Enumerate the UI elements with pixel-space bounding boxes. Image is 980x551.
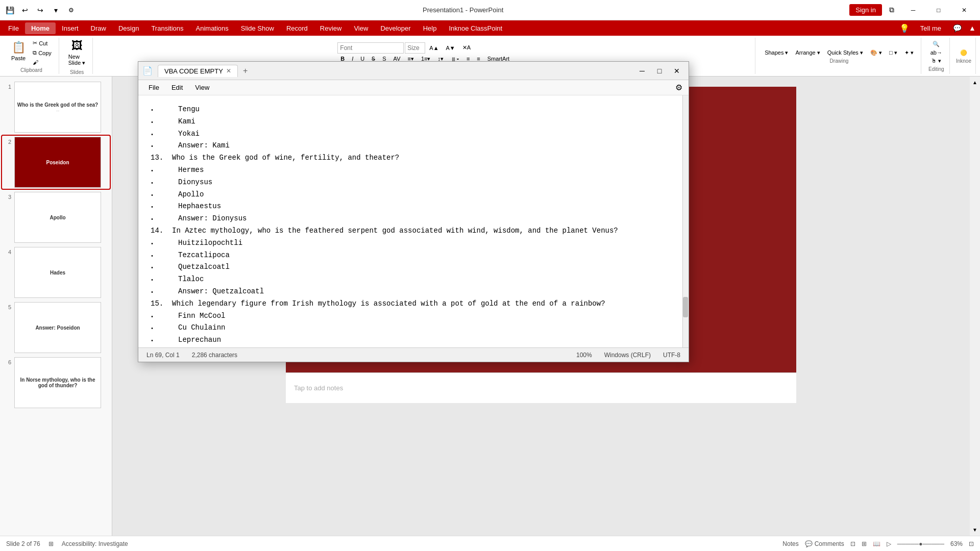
tell-me-button[interactable]: Tell me: [914, 22, 947, 34]
menu-home[interactable]: Home: [25, 22, 56, 34]
notes-area[interactable]: Tap to add notes: [286, 372, 796, 403]
vba-tab-close-button[interactable]: ✕: [226, 67, 231, 74]
replace-button[interactable]: ab→: [927, 48, 945, 57]
menu-draw[interactable]: Draw: [85, 22, 112, 34]
editing-group: 🔍 ab→ 🖱 ▾ Editing: [923, 38, 950, 74]
shape-fill-button[interactable]: 🎨 ▾: [867, 48, 885, 57]
vba-settings-icon[interactable]: ⚙: [673, 81, 684, 94]
vba-text-yokai: Yokai: [158, 128, 676, 140]
more-options-icon[interactable]: ⚙: [65, 5, 77, 16]
format-painter-button[interactable]: 🖌: [30, 58, 55, 66]
comments-icon[interactable]: 💬: [951, 22, 963, 34]
paste-button[interactable]: 📋 Paste: [8, 39, 29, 66]
menu-inknoe[interactable]: Inknoe ClassPoint: [443, 22, 508, 34]
slide-thumb-2[interactable]: 2 Poseidon: [2, 136, 110, 189]
reading-view-button[interactable]: 📖: [873, 540, 880, 547]
vba-menu-edit[interactable]: Edit: [165, 82, 189, 93]
title-bar-left: 💾 ↩ ↪ ▾ ⚙: [4, 5, 77, 16]
inknoe-icon[interactable]: 🟡: [957, 48, 970, 57]
redo-icon[interactable]: ↪: [35, 5, 46, 16]
font-size-input[interactable]: [405, 42, 425, 54]
vba-close-button[interactable]: ✕: [669, 64, 684, 78]
vba-content[interactable]: • Tengu • Kami • Yokai • Answer: Kami 13…: [138, 95, 689, 347]
minimize-button[interactable]: ─: [901, 3, 925, 18]
maximize-button[interactable]: □: [927, 3, 950, 18]
save-icon[interactable]: 💾: [4, 5, 15, 16]
vba-maximize-button[interactable]: □: [652, 64, 667, 78]
vba-zoom: 100%: [576, 352, 592, 359]
arrange-button[interactable]: Arrange ▾: [793, 48, 823, 57]
clipboard-group: 📋 Paste ✂ Cut ⧉ Copy 🖌 Clipboard: [4, 38, 59, 74]
menu-review[interactable]: Review: [314, 22, 348, 34]
vba-tab-main[interactable]: VBA CODE EMPTY ✕: [158, 65, 238, 77]
new-slide-icon: 🖼: [71, 39, 83, 53]
menu-insert[interactable]: Insert: [56, 22, 85, 34]
scrollbar-thumb[interactable]: [683, 297, 688, 317]
comments-button[interactable]: 💬 Comments: [805, 540, 844, 547]
slide-thumb-3[interactable]: 3 Apollo: [2, 191, 110, 244]
copy-button[interactable]: ⧉ Copy: [30, 48, 55, 57]
vba-chars: 2,286 characters: [192, 352, 237, 359]
new-slide-button[interactable]: 🖼 NewSlide ▾: [65, 37, 89, 68]
shape-outline-button[interactable]: □ ▾: [886, 48, 900, 57]
vba-line-tengu: • Tengu: [151, 104, 676, 116]
slide-layout-icon[interactable]: ⊞: [48, 540, 54, 547]
vba-menu-view[interactable]: View: [189, 82, 215, 93]
menu-file[interactable]: File: [2, 22, 25, 34]
cut-button[interactable]: ✂ Cut: [30, 39, 55, 47]
slideshow-button[interactable]: ▷: [887, 540, 891, 547]
slide-thumb-5[interactable]: 5 Answer: Poseidon: [2, 301, 110, 354]
accessibility-status[interactable]: Accessibility: Investigate: [62, 540, 128, 547]
lightbulb-icon[interactable]: 💡: [899, 22, 910, 34]
menu-animations[interactable]: Animations: [190, 22, 235, 34]
vba-add-tab-button[interactable]: +: [239, 64, 252, 78]
bullet-icon: •: [151, 288, 154, 297]
vba-text-answer-kami: Answer: Kami: [158, 140, 676, 152]
restore-down-icon[interactable]: ⧉: [886, 5, 897, 16]
vba-line-finn: • Finn McCool: [151, 310, 676, 322]
menu-developer[interactable]: Developer: [374, 22, 416, 34]
quick-styles-button[interactable]: Quick Styles ▾: [824, 48, 866, 57]
slide-num-3: 3: [3, 194, 11, 200]
vba-line-q15: 15. Which legendary figure from Irish my…: [151, 298, 676, 310]
select-button[interactable]: 🖱 ▾: [928, 57, 944, 65]
undo-icon[interactable]: ↩: [19, 5, 31, 16]
decrease-font-button[interactable]: A▼: [443, 44, 458, 52]
find-button[interactable]: 🔍: [929, 40, 943, 48]
close-button[interactable]: ✕: [952, 3, 976, 18]
vba-minimize-button[interactable]: ─: [634, 64, 650, 78]
scroll-down-button[interactable]: ▼: [971, 526, 978, 534]
menu-slideshow[interactable]: Slide Show: [235, 22, 280, 34]
increase-font-button[interactable]: A▲: [426, 44, 442, 52]
scroll-up-button[interactable]: ▲: [971, 79, 978, 86]
zoom-slider[interactable]: ─────●─────: [897, 540, 944, 547]
vba-scrollbar[interactable]: [682, 95, 689, 347]
slide-thumb-4[interactable]: 4 Hades: [2, 246, 110, 299]
vba-menu-file[interactable]: File: [142, 82, 165, 93]
menu-help[interactable]: Help: [417, 22, 443, 34]
vba-text-q13: Who is the Greek god of wine, fertility,…: [170, 152, 676, 164]
clear-format-button[interactable]: ✕A: [459, 43, 474, 52]
vba-text-hermes: Hermes: [158, 164, 676, 177]
menu-record[interactable]: Record: [280, 22, 314, 34]
notes-button[interactable]: Notes: [782, 540, 798, 547]
vba-tab-title: VBA CODE EMPTY: [164, 67, 223, 75]
vba-text-answer-quetzalcoatl: Answer: Quetzalcoatl: [158, 286, 676, 298]
font-family-input[interactable]: [337, 42, 404, 54]
fit-slide-button[interactable]: ⊡: [969, 540, 974, 547]
customize-quick-access-icon[interactable]: ▾: [50, 5, 61, 16]
menu-transitions[interactable]: Transitions: [145, 22, 189, 34]
normal-view-button[interactable]: ⊡: [850, 540, 855, 547]
window-controls: ─ □ ✕: [901, 3, 976, 18]
menu-design[interactable]: Design: [112, 22, 145, 34]
slide-preview-5: Answer: Poseidon: [14, 302, 101, 353]
vba-line-answer-kami: • Answer: Kami: [151, 140, 676, 152]
sign-in-button[interactable]: Sign in: [849, 4, 882, 16]
shape-effects-button[interactable]: ✦ ▾: [901, 48, 917, 57]
slide-sorter-button[interactable]: ⊞: [862, 540, 867, 547]
slide-thumb-1[interactable]: 1 Who is the Greek god of the sea? ...: [2, 81, 110, 134]
slide-thumb-6[interactable]: 6 In Norse mythology, who is the god of …: [2, 356, 110, 409]
menu-view[interactable]: View: [348, 22, 374, 34]
collapse-ribbon-icon[interactable]: ▲: [967, 22, 978, 34]
shapes-button[interactable]: Shapes ▾: [762, 48, 791, 57]
